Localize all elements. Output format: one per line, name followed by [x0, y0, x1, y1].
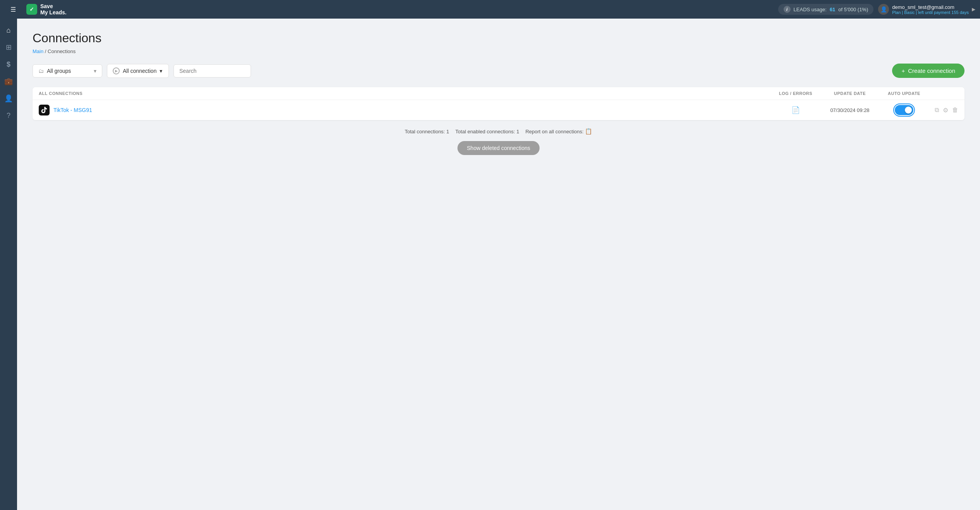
- user-plan-text: Plan | Basic | left until payment 155 da…: [892, 10, 969, 15]
- user-menu[interactable]: 👤 demo_sml_test@gmail.com Plan | Basic |…: [878, 4, 975, 15]
- log-document-icon[interactable]: 📄: [791, 106, 800, 114]
- play-icon: ▶: [113, 67, 120, 74]
- delete-icon[interactable]: 🗑: [952, 107, 958, 114]
- user-avatar: 👤: [878, 4, 889, 15]
- user-menu-chevron: ▶: [972, 7, 975, 12]
- col-log-errors: LOG / ERRORS: [772, 91, 819, 96]
- sidebar-item-profile[interactable]: 👤: [0, 90, 17, 107]
- create-connection-button[interactable]: + Create connection: [892, 64, 965, 78]
- table-header: ALL CONNECTIONS LOG / ERRORS UPDATE DATE…: [33, 87, 965, 100]
- chevron-down-icon-2: ▾: [160, 68, 162, 74]
- main-content: Connections Main / Connections 🗂 All gro…: [17, 19, 980, 510]
- copy-icon[interactable]: ⧉: [935, 107, 939, 114]
- footer-stats: Total connections: 1 Total enabled conne…: [33, 128, 965, 135]
- chevron-down-icon: ▾: [94, 68, 96, 74]
- app-logo: ✓ Save My Leads.: [26, 3, 67, 16]
- hamburger-menu[interactable]: ☰: [5, 1, 22, 18]
- leads-usage: i LEADS usage: 61 of 5'000 (1%): [778, 4, 874, 15]
- toolbar: 🗂 All groups ▾ ▶ All connection ▾ + Crea…: [33, 64, 965, 78]
- sidebar-item-home[interactable]: ⌂: [0, 22, 17, 39]
- report-label: Report on all connections: 📋: [525, 128, 592, 135]
- logo-icon: ✓: [26, 4, 37, 15]
- show-deleted-connections-button[interactable]: Show deleted connections: [457, 141, 539, 155]
- connection-name-cell: TikTok - MSG91: [39, 105, 772, 115]
- toggle-knob: [905, 107, 912, 114]
- tiktok-icon: [39, 105, 50, 115]
- breadcrumb: Main / Connections: [33, 48, 965, 54]
- search-input[interactable]: [174, 64, 251, 78]
- folder-icon: 🗂: [38, 68, 44, 74]
- breadcrumb-main[interactable]: Main: [33, 48, 43, 54]
- info-icon: i: [784, 6, 791, 13]
- sidebar-item-billing[interactable]: $: [0, 56, 17, 73]
- connection-filter-dropdown[interactable]: ▶ All connection ▾: [107, 64, 169, 78]
- log-cell: 📄: [772, 106, 819, 114]
- settings-icon[interactable]: ⚙: [943, 107, 948, 114]
- connection-link[interactable]: TikTok - MSG91: [53, 107, 92, 113]
- table-row: TikTok - MSG91 📄 07/30/2024 09:28 ⧉ ⚙ 🗑: [33, 100, 965, 120]
- col-update-date: UPDATE DATE: [819, 91, 881, 96]
- groups-dropdown[interactable]: 🗂 All groups ▾: [33, 64, 102, 78]
- page-title: Connections: [33, 31, 965, 45]
- sidebar-item-connections[interactable]: ⊞: [0, 39, 17, 56]
- actions-cell: ⧉ ⚙ 🗑: [927, 107, 958, 114]
- col-auto-update: AUTO UPDATE: [881, 91, 927, 96]
- col-all-connections: ALL CONNECTIONS: [39, 91, 772, 96]
- auto-update-toggle[interactable]: [895, 105, 913, 115]
- auto-update-cell: [881, 105, 927, 115]
- report-icon[interactable]: 📋: [585, 128, 592, 134]
- connections-table: ALL CONNECTIONS LOG / ERRORS UPDATE DATE…: [33, 87, 965, 120]
- sidebar-nav: ⌂ ⊞ $ 💼 👤 ?: [0, 19, 17, 510]
- update-date-cell: 07/30/2024 09:28: [819, 107, 881, 113]
- user-info: demo_sml_test@gmail.com Plan | Basic | l…: [892, 4, 969, 15]
- topnav: ☰ ✓ Save My Leads. i LEADS usage: 61 of …: [0, 0, 980, 19]
- plus-icon: +: [901, 67, 905, 74]
- logo-text: Save My Leads.: [40, 3, 67, 16]
- sidebar-item-briefcase[interactable]: 💼: [0, 73, 17, 90]
- sidebar-item-help[interactable]: ?: [0, 107, 17, 124]
